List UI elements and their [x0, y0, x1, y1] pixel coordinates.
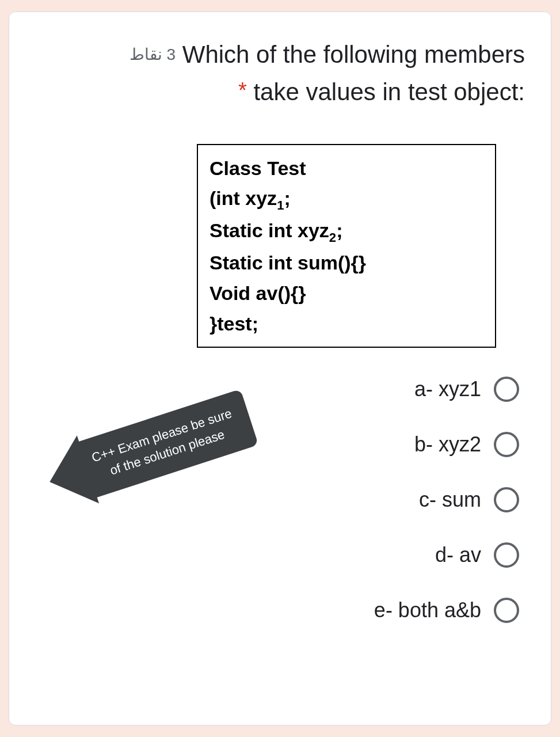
code-line: Void av(){} — [209, 278, 483, 309]
question-text-2: :take values in test object — [253, 78, 525, 105]
radio-icon[interactable] — [494, 598, 519, 623]
radio-icon[interactable] — [494, 432, 519, 457]
options-group: a- xyz1 b- xyz2 c- sum d- av e- both a&b — [35, 377, 525, 623]
question-title-line1: Which of the following members 3 نقاط — [35, 38, 525, 72]
question-text-1: Which of the following members — [182, 41, 525, 68]
code-line: Static int sum(){} — [209, 248, 483, 278]
code-snippet: Class Test (int xyz1; Static int xyz2; S… — [197, 144, 496, 348]
option-e[interactable]: e- both a&b — [374, 598, 519, 623]
radio-icon[interactable] — [494, 487, 519, 512]
option-c[interactable]: c- sum — [419, 487, 519, 512]
radio-icon[interactable] — [494, 542, 519, 568]
option-label: b- xyz2 — [414, 432, 481, 457]
question-title-line2: :take values in test object * — [35, 75, 525, 109]
code-line: (int xyz1; — [209, 183, 483, 215]
option-label: c- sum — [419, 488, 481, 512]
question-header: Which of the following members 3 نقاط :t… — [35, 38, 525, 109]
option-a[interactable]: a- xyz1 — [414, 377, 519, 402]
question-card: Which of the following members 3 نقاط :t… — [9, 12, 551, 725]
option-label: d- av — [435, 543, 481, 567]
code-line: }test; — [209, 309, 483, 339]
radio-icon[interactable] — [494, 377, 519, 402]
points-badge: 3 نقاط — [129, 43, 176, 66]
option-label: a- xyz1 — [414, 377, 481, 401]
option-d[interactable]: d- av — [435, 542, 519, 568]
option-b[interactable]: b- xyz2 — [414, 432, 519, 457]
required-asterisk: * — [238, 78, 247, 102]
code-line: Class Test — [209, 153, 483, 184]
code-line: Static int xyz2; — [209, 215, 483, 248]
option-label: e- both a&b — [374, 598, 481, 622]
